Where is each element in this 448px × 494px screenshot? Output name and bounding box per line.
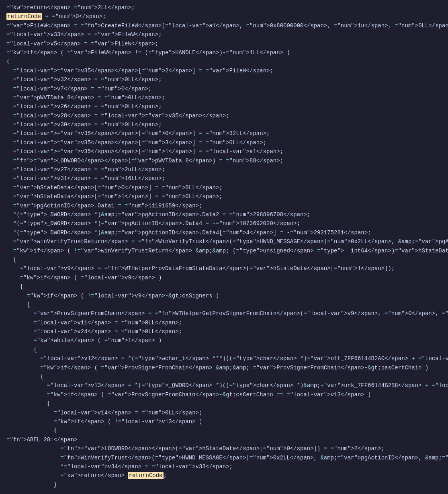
code-line: ="fn">ABEL_28:</span> [0, 435, 448, 444]
code-line: ="local-var">="var">v35</span></span>[="… [0, 129, 448, 138]
code-line: ="var">FileW</span> = ="fn">CreateFileW<… [0, 21, 448, 30]
code-line: ="kw">if</span> ( !="local-var">v13</spa… [0, 417, 448, 426]
code-line: ="local-var">v27</span> = ="num">2uLL</s… [0, 165, 448, 174]
code-line: { [0, 300, 448, 309]
code-line: ="kw">return</span> ="num">2LL</span>; [0, 3, 448, 12]
highlighted-word: returnCode [128, 472, 163, 479]
code-line: *(="type">_DWORD</span> *)="var">pgActio… [0, 219, 448, 228]
code-line: { [0, 255, 448, 264]
code-line: ="local-var">v28</span> = ="local-var">=… [0, 111, 448, 120]
code-line: ="kw">if</span> ( ="local-var">v9</span>… [0, 273, 448, 282]
highlighted-word: returnCode [6, 13, 42, 20]
code-line: ="var">pWVTData_8</span> = ="num">0LL</s… [0, 93, 448, 102]
code-line: ="local-var">v31</span> = ="num">16LL</s… [0, 174, 448, 183]
code-line: ="local-var">="var">v35</span></span>[="… [0, 147, 448, 156]
code-line: ="local-var">v12</span> = *(="type">wcha… [0, 354, 448, 363]
code-line: ="local-var">v14</span> = ="num">0LL</sp… [0, 408, 448, 417]
code-line: ="local-var">v5</span> = ="var">FileW</s… [0, 39, 448, 48]
code-line: { [0, 372, 448, 381]
code-line: } [0, 480, 448, 489]
code-line: ="kw">if</span> ( !="var">winVerifyTrust… [0, 246, 448, 255]
code-line: ="kw">return</span> returnCode; [0, 471, 448, 480]
code-line: ="fn">="var">LODWORD</span></span>(="var… [0, 156, 448, 165]
code-line: ="local-var">="var">v35</span></span>[="… [0, 66, 448, 75]
code-line: ="local-var">v26</span> = ="num">0LL</sp… [0, 102, 448, 111]
code-line: ="local-var">v32</span> = ="num">0LL</sp… [0, 75, 448, 84]
code-line: { [0, 57, 448, 66]
code-line: { [0, 282, 448, 291]
code-line: { [0, 399, 448, 408]
code-line: ="local-var">v11</span> = ="num">0LL</sp… [0, 318, 448, 327]
code-line: returnCode = ="num">0</span>; [0, 12, 448, 21]
code-line: ="var">pgActionID</span>.Data1 = ="num">… [0, 201, 448, 210]
code-line: ="local-var">v24</span> = ="num">0LL</sp… [0, 327, 448, 336]
code-line: ="var">hStateData</span>[="num">1</span>… [0, 192, 448, 201]
code-line: *="local-var">v34</span> = ="local-var">… [0, 462, 448, 471]
code-container: ="kw">return</span> ="num">2LL</span>;re… [0, 0, 448, 492]
code-line: *(="type">_DWORD</span> *)&amp;="var">pg… [0, 228, 448, 237]
code-line: ="kw">if</span> ( ="var">FileW</span> !=… [0, 48, 448, 57]
code-line: ="var">winVerifyTrustReturn</span> = ="f… [0, 237, 448, 246]
code-line: ="fn">WinVerifyTrust</span>(="type">HWND… [0, 453, 448, 462]
code-line: ="local-var">="var">v35</span></span>[="… [0, 138, 448, 147]
code-line: ="fn">="var">LODWORD</span></span>(="var… [0, 444, 448, 453]
code-line: ="local-var">v30</span> = ="num">0LL</sp… [0, 120, 448, 129]
code-line: { [0, 426, 448, 435]
code-line: ="kw">if</span> ( !="local-var">v9</span… [0, 291, 448, 300]
code-line: *(="type">_DWORD</span> *)&amp;="var">pg… [0, 210, 448, 219]
code-line: ="var">ProvSignerFromChain</span> = ="fn… [0, 309, 448, 318]
code-line: ="local-var">v13</span> = *(="type">_QWO… [0, 381, 448, 390]
code-line: ="var">hStateData</span>[="num">0</span>… [0, 183, 448, 192]
code-line: ="local-var">v9</span> = ="fn">WTHelperP… [0, 264, 448, 273]
code-line: ="local-var">v7</span> = ="num">0</span>… [0, 84, 448, 93]
code-line: ="kw">while</span> ( ="num">1</span> ) [0, 336, 448, 345]
code-line: ="kw">if</span> ( ="var">ProvSignerFromC… [0, 390, 448, 399]
code-line: { [0, 345, 448, 354]
code-line: ="kw">if</span> ( ="var">ProvSignerFromC… [0, 363, 448, 372]
code-line: ="local-var">v33</span> = ="var">FileW</… [0, 30, 448, 39]
